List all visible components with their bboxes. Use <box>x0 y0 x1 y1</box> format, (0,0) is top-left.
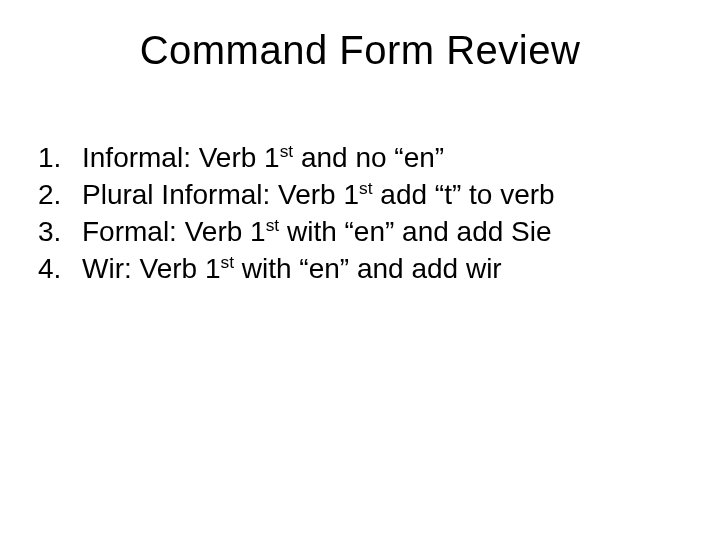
ordinal-suffix: st <box>266 215 280 235</box>
text-post: with “en” and add Sie <box>279 216 551 247</box>
slide: Command Form Review 1. Informal: Verb 1s… <box>0 0 720 540</box>
text-post: with “en” and add wir <box>234 253 502 284</box>
list-number: 4. <box>38 251 82 286</box>
list-text: Formal: Verb 1st with “en” and add Sie <box>82 214 552 249</box>
list-number: 3. <box>38 214 82 249</box>
text-pre: Plural Informal: Verb 1 <box>82 179 359 210</box>
list-number: 2. <box>38 177 82 212</box>
ordinal-suffix: st <box>280 141 294 161</box>
ordinal-suffix: st <box>359 178 373 198</box>
list-text: Plural Informal: Verb 1st add “t” to ver… <box>82 177 555 212</box>
list-item: 4. Wir: Verb 1st with “en” and add wir <box>38 251 555 286</box>
text-pre: Wir: Verb 1 <box>82 253 220 284</box>
list-text: Wir: Verb 1st with “en” and add wir <box>82 251 502 286</box>
numbered-list: 1. Informal: Verb 1st and no “en” 2. Plu… <box>38 140 555 288</box>
text-post: and no “en” <box>293 142 444 173</box>
slide-title: Command Form Review <box>0 28 720 73</box>
list-text: Informal: Verb 1st and no “en” <box>82 140 444 175</box>
list-item: 3. Formal: Verb 1st with “en” and add Si… <box>38 214 555 249</box>
list-item: 2. Plural Informal: Verb 1st add “t” to … <box>38 177 555 212</box>
text-pre: Formal: Verb 1 <box>82 216 266 247</box>
text-pre: Informal: Verb 1 <box>82 142 280 173</box>
list-number: 1. <box>38 140 82 175</box>
text-post: add “t” to verb <box>373 179 555 210</box>
list-item: 1. Informal: Verb 1st and no “en” <box>38 140 555 175</box>
ordinal-suffix: st <box>220 252 234 272</box>
